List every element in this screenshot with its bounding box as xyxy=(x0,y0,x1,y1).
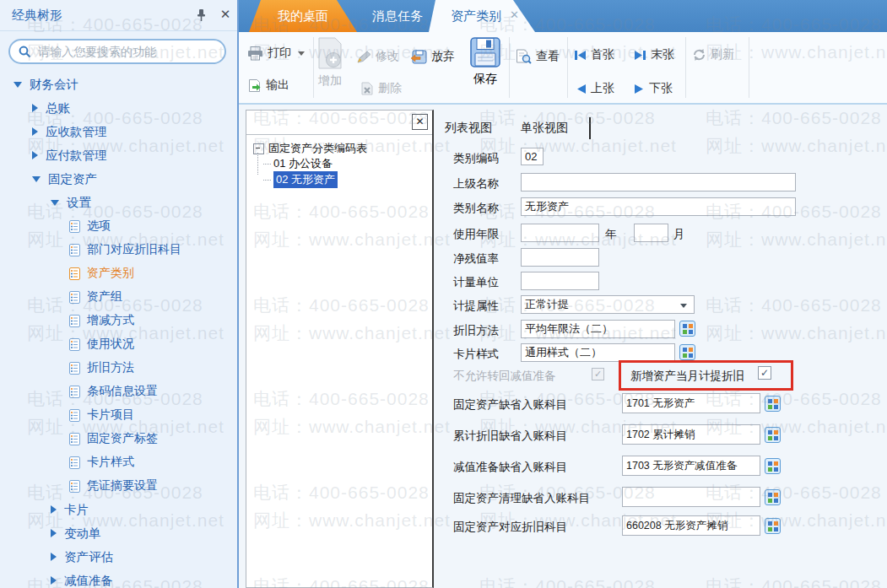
depreciation-method-label: 折旧方法 xyxy=(453,323,499,338)
sidebar-node-asset-valuation[interactable]: 资产评估 xyxy=(0,545,237,569)
sidebar-item-usage-status[interactable]: 使用状况 xyxy=(0,332,237,356)
document-icon xyxy=(69,480,80,493)
sidebar-header: 经典树形 ✕ xyxy=(0,0,237,31)
chevron-right-icon xyxy=(51,505,57,514)
depreciation-method-input[interactable] xyxy=(521,320,675,338)
sidebar-node-payables[interactable]: 应付款管理 xyxy=(0,143,237,167)
cleanup-account-input[interactable] xyxy=(622,487,760,507)
accrue-current-month-label: 新增资产当月计提折旧 xyxy=(630,369,744,384)
delete-button[interactable]: 删除 xyxy=(360,81,402,96)
depreciation-mapping-browse-icon[interactable] xyxy=(765,518,781,534)
sidebar-item-asset-category[interactable]: 资产类别 xyxy=(0,262,237,285)
next-record-button[interactable]: 下张 xyxy=(634,81,673,96)
sidebar-search-box[interactable] xyxy=(8,39,226,64)
toolbar-separator xyxy=(567,37,568,98)
document-icon xyxy=(69,338,80,351)
sidebar-node-impairment[interactable]: 减值准备 xyxy=(0,569,237,588)
last-record-button[interactable]: 末张 xyxy=(634,47,674,62)
sidebar-node-receivables[interactable]: 应收款管理 xyxy=(0,120,237,143)
sidebar-title: 经典树形 xyxy=(12,8,62,24)
impairment-account-browse-icon[interactable] xyxy=(765,458,781,474)
sidebar-item-depreciation-methods[interactable]: 折旧方法 xyxy=(0,356,237,380)
sidebar-item-options[interactable]: 选项 xyxy=(0,214,237,238)
chevron-right-icon xyxy=(32,104,38,112)
search-input[interactable] xyxy=(36,44,224,59)
sidebar-node-fixed-assets[interactable]: 固定资产 xyxy=(0,167,237,191)
cleanup-account-browse-icon[interactable] xyxy=(765,489,781,505)
card-style-input[interactable] xyxy=(521,343,675,362)
sidebar-node-financial-accounting[interactable]: 财务会计 xyxy=(0,73,237,96)
tab-close-icon[interactable]: ✕ xyxy=(510,8,519,21)
accrue-current-month-checkbox[interactable] xyxy=(758,366,771,380)
view-button[interactable]: 查看 xyxy=(516,49,560,64)
document-icon xyxy=(69,433,80,445)
no-reversal-checkbox[interactable] xyxy=(592,368,604,380)
sidebar-item-asset-group[interactable]: 资产组 xyxy=(0,285,237,309)
category-name-label: 类别名称 xyxy=(453,201,499,216)
measure-unit-input[interactable] xyxy=(521,272,599,290)
residual-rate-input[interactable] xyxy=(521,248,599,267)
sidebar-node-change-orders[interactable]: 变动单 xyxy=(0,521,237,545)
first-record-icon xyxy=(574,50,587,61)
sidebar-node-cards[interactable]: 卡片 xyxy=(0,498,237,521)
depreciation-mapping-input[interactable] xyxy=(622,515,760,536)
useful-life-year-input[interactable] xyxy=(521,224,599,242)
sidebar-item-card-items[interactable]: 卡片项目 xyxy=(0,403,237,427)
card-style-label: 卡片样式 xyxy=(453,347,499,362)
depreciation-account-input[interactable] xyxy=(622,424,760,445)
tree-node-office-equipment[interactable]: 01 办公设备 xyxy=(263,156,333,171)
depreciation-account-browse-icon[interactable] xyxy=(765,427,781,443)
document-icon xyxy=(69,267,80,280)
category-name-input[interactable] xyxy=(521,197,796,216)
useful-life-month-input[interactable] xyxy=(634,224,668,242)
top-tab-bar: 我的桌面 消息任务 资产类别 ✕ xyxy=(239,0,887,32)
refresh-button[interactable]: 刷新 xyxy=(692,47,734,62)
asset-account-input[interactable] xyxy=(622,393,760,413)
impairment-account-input[interactable] xyxy=(622,456,760,476)
document-icon xyxy=(69,409,80,422)
tab-my-desktop[interactable]: 我的桌面 xyxy=(249,0,357,32)
category-code-input[interactable] xyxy=(521,148,544,165)
export-button[interactable]: 输出 xyxy=(247,78,289,93)
tab-list-view[interactable]: 列表视图 xyxy=(445,121,492,136)
collapse-minus-icon[interactable] xyxy=(253,143,264,154)
tab-asset-category[interactable]: 资产类别 ✕ xyxy=(429,0,535,32)
tree-node-intangible-assets[interactable]: 02 无形资产 xyxy=(263,171,338,188)
sidebar-item-change-methods[interactable]: 增减方式 xyxy=(0,309,237,332)
pin-icon[interactable] xyxy=(194,8,209,24)
sidebar-item-asset-labels[interactable]: 固定资产标签 xyxy=(0,427,237,450)
sidebar-item-barcode-settings[interactable]: 条码信息设置 xyxy=(0,380,237,403)
sidebar-node-general-ledger[interactable]: 总账 xyxy=(0,96,237,120)
sidebar-item-voucher-summary-settings[interactable]: 凭证摘要设置 xyxy=(0,474,237,498)
sidebar-close-icon[interactable]: ✕ xyxy=(218,7,233,22)
chevron-down-icon xyxy=(14,82,22,88)
sidebar-item-dept-depreciation-accounts[interactable]: 部门对应折旧科目 xyxy=(0,238,237,262)
sidebar-node-settings[interactable]: 设置 xyxy=(0,191,237,214)
print-button[interactable]: 打印 xyxy=(247,46,305,61)
prev-record-button[interactable]: 上张 xyxy=(576,81,614,96)
delete-icon xyxy=(360,82,374,95)
document-icon xyxy=(69,456,80,469)
export-icon xyxy=(247,78,262,93)
card-style-browse-icon[interactable] xyxy=(679,344,695,360)
parent-name-input[interactable] xyxy=(521,173,796,192)
category-code-label: 类别编码 xyxy=(453,151,499,166)
prev-record-icon xyxy=(576,84,587,94)
chevron-down-icon xyxy=(680,304,687,308)
tree-root-node[interactable]: 固定资产分类编码表 xyxy=(253,141,367,156)
accrual-attr-select[interactable]: 正常计提 xyxy=(521,295,695,314)
document-icon xyxy=(69,291,80,304)
panel-close-icon[interactable]: ✕ xyxy=(412,114,428,130)
tab-single-view[interactable]: 单张视图 xyxy=(521,121,568,136)
add-button[interactable]: 增加 xyxy=(317,37,343,89)
chevron-right-icon xyxy=(51,529,57,537)
first-record-button[interactable]: 首张 xyxy=(574,47,614,62)
depreciation-method-browse-icon[interactable] xyxy=(679,321,695,337)
sidebar-item-card-styles[interactable]: 卡片样式 xyxy=(0,450,237,474)
asset-account-browse-icon[interactable] xyxy=(765,396,781,412)
save-button[interactable]: 保存 xyxy=(470,37,500,87)
abandon-icon xyxy=(410,50,427,64)
modify-button[interactable]: 修改 xyxy=(357,49,399,64)
search-icon xyxy=(19,46,31,58)
abandon-button[interactable]: 放弃 xyxy=(410,49,455,64)
